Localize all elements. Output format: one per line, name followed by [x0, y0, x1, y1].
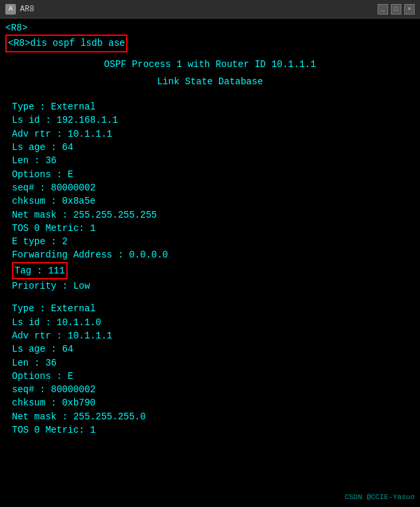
command-box: <R8>dis ospf lsdb ase	[5, 35, 127, 52]
entry1-lsid-label: Ls id	[12, 115, 45, 125]
entry2-seq-label: seq#	[12, 384, 40, 395]
entry2-netmask-label: Net mask	[12, 411, 62, 422]
terminal-window: A AR8 _ □ × <R8> <R8>dis ospf lsdb ase O…	[0, 0, 420, 507]
entry2-netmask: Net mask : 255.255.255.0	[5, 410, 415, 423]
maximize-button[interactable]: □	[391, 4, 401, 15]
entry1-priority-val: : Low	[62, 281, 90, 291]
entry1-seq: seq# : 80000002	[5, 181, 415, 194]
entry2-lsage-label: Ls age	[12, 344, 51, 354]
command-text: <R8>dis ospf lsdb ase	[8, 38, 125, 48]
entry2-lsid-label: Ls id	[12, 317, 45, 328]
entry2-len-val: : 36	[35, 358, 57, 368]
entry2-options: Options : E	[5, 370, 415, 383]
entry2-netmask-val: : 255.255.255.0	[62, 411, 146, 422]
entry1-seq-label: seq#	[12, 182, 40, 193]
entry1-options-label: Options	[12, 169, 56, 180]
entry1-priority-label: Priority	[12, 281, 62, 291]
entry2-chksum-label: chksum	[12, 398, 51, 408]
prompt-text-1: <R8>	[5, 23, 28, 33]
ospf-header-2: Link State Database	[5, 75, 415, 88]
entry2-tos: TOS 0 Metric: 1	[5, 423, 415, 437]
entry1-fwdaddr-label: Forwarding Address	[12, 250, 118, 260]
window-controls: _ □ ×	[378, 4, 415, 15]
entry1-fwdaddr: Forwarding Address : 0.0.0.0	[5, 248, 415, 261]
entry1-type-val: : External	[40, 102, 96, 112]
entry1-type: Type : External	[5, 100, 415, 113]
blank-1	[5, 91, 415, 100]
entry2-len-label: Len	[12, 358, 35, 368]
ospf-header-text-2: Link State Database	[157, 76, 263, 87]
ospf-header-text-1: OSPF Process 1 with Router ID 10.1.1.1	[104, 59, 316, 70]
entry1-netmask-val: : 255.255.255.255	[62, 210, 157, 220]
entry1-len-val: : 36	[35, 155, 57, 166]
entry1-etype: E type : 2	[5, 235, 415, 248]
prompt-line-1: <R8>	[5, 21, 415, 35]
entry2-lsid-val: : 10.1.1.0	[45, 317, 101, 328]
entry1-advrtr-label: Adv rtr	[12, 129, 56, 139]
entry1-etype-val: : 2	[51, 236, 68, 247]
minimize-button[interactable]: _	[378, 4, 388, 15]
entry2-tos-val: Metric: 1	[45, 425, 96, 435]
entry2-chksum-val: : 0xb790	[51, 398, 96, 408]
entry1-fwdaddr-val: : 0.0.0.0	[118, 250, 169, 260]
close-button[interactable]: ×	[404, 4, 415, 15]
command-line: <R8>dis ospf lsdb ase	[5, 35, 415, 53]
entry1-advrtr: Adv rtr : 10.1.1.1	[5, 127, 415, 141]
entry2-advrtr: Adv rtr : 10.1.1.1	[5, 329, 415, 342]
entry2-advrtr-label: Adv rtr	[12, 330, 56, 341]
entry2-options-label: Options	[12, 371, 56, 382]
entry2-chksum: chksum : 0xb790	[5, 396, 415, 409]
entry1-tag-label: Tag	[15, 265, 37, 276]
entry1-chksum-val: : 0x8a5e	[51, 196, 96, 206]
entry1-lsage: Ls age : 64	[5, 141, 415, 154]
entry1-tag-val: : 111	[37, 265, 65, 276]
entry1-priority: Priority : Low	[5, 279, 415, 293]
entry2-lsid: Ls id : 10.1.1.0	[5, 316, 415, 329]
title-bar-left: A AR8	[5, 4, 35, 15]
entry1-lsage-label: Ls age	[12, 142, 51, 153]
ospf-header-1: OSPF Process 1 with Router ID 10.1.1.1	[5, 58, 415, 71]
title-bar: A AR8 _ □ ×	[0, 0, 420, 19]
entry1-chksum-label: chksum	[12, 196, 51, 206]
entry2-type: Type : External	[5, 302, 415, 315]
entry1-tos-label: TOS 0	[12, 223, 40, 234]
entry1-chksum: chksum : 0x8a5e	[5, 194, 415, 208]
entry1-tos: TOS 0 Metric: 1	[5, 222, 415, 235]
blank-2	[5, 293, 415, 302]
entry2-tos-label: TOS 0	[12, 425, 40, 435]
entry1-type-label: Type	[12, 102, 40, 112]
entry1-lsage-val: : 64	[51, 142, 74, 153]
entry1-len-label: Len	[12, 155, 35, 166]
entry1-options: Options : E	[5, 168, 415, 181]
entry2-type-val: : External	[40, 303, 96, 314]
entry2-seq-val: : 80000002	[40, 384, 96, 395]
entry1-options-val: : E	[56, 169, 73, 180]
entry1-tos-val: Metric: 1	[45, 223, 96, 234]
entry2-lsage: Ls age : 64	[5, 342, 415, 356]
entry2-lsage-val: : 64	[51, 344, 74, 354]
entry1-etype-label: E type	[12, 236, 51, 247]
entry1-tag-line: Tag : 111	[5, 262, 415, 279]
entry1-advrtr-val: : 10.1.1.1	[56, 129, 112, 139]
terminal-content: <R8> <R8>dis ospf lsdb ase OSPF Process …	[0, 19, 420, 507]
entry1-netmask-label: Net mask	[12, 210, 62, 220]
entry2-type-label: Type	[12, 303, 40, 314]
entry1-len: Len : 36	[5, 154, 415, 167]
tag-box: Tag : 111	[12, 262, 68, 279]
entry2-seq: seq# : 80000002	[5, 383, 415, 396]
entry2-advrtr-val: : 10.1.1.1	[56, 330, 112, 341]
entry1-seq-val: : 80000002	[40, 182, 96, 193]
app-icon: A	[5, 4, 16, 15]
watermark: CSDN @CCIE-Yasuo	[344, 492, 415, 503]
entry1-lsid: Ls id : 192.168.1.1	[5, 113, 415, 127]
entry1-lsid-val: : 192.168.1.1	[45, 115, 117, 125]
window-title: AR8	[20, 5, 35, 14]
entry1-netmask: Net mask : 255.255.255.255	[5, 208, 415, 222]
entry2-options-val: : E	[56, 371, 73, 382]
entry2-len: Len : 36	[5, 356, 415, 370]
